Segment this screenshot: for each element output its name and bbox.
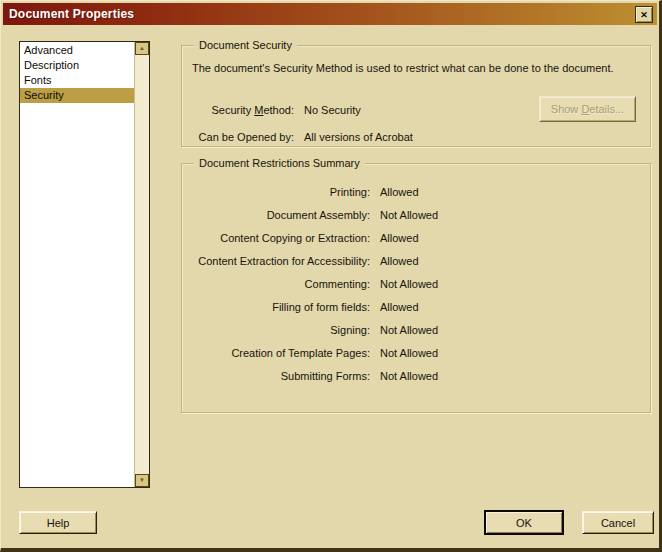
cancel-button[interactable]: Cancel — [582, 511, 654, 534]
restriction-value: Not Allowed — [380, 324, 438, 336]
list-item-description[interactable]: Description — [20, 58, 134, 73]
category-list: Advanced Description Fonts Security ▲ ▼ — [19, 41, 150, 488]
restriction-row: Signing:Not Allowed — [182, 324, 650, 336]
window-title: Document Properties — [9, 7, 134, 21]
list-item-security[interactable]: Security — [20, 88, 134, 103]
restriction-label: Creation of Template Pages: — [182, 347, 370, 359]
list-scrollbar[interactable]: ▲ ▼ — [134, 42, 149, 487]
document-security-group-title: Document Security — [194, 39, 297, 51]
restriction-row: Document Assembly:Not Allowed — [182, 209, 650, 221]
arrow-down-icon: ▼ — [139, 477, 145, 483]
show-details-button[interactable]: Show Details... — [539, 96, 636, 122]
can-be-opened-by-label: Can be Opened by: — [182, 131, 294, 143]
restriction-value: Allowed — [380, 186, 419, 198]
titlebar[interactable]: Document Properties — [3, 3, 657, 25]
document-security-group: Document Security The document's Securit… — [181, 45, 651, 147]
restriction-row: Printing:Allowed — [182, 186, 650, 198]
restriction-value: Not Allowed — [380, 370, 438, 382]
restriction-value: Allowed — [380, 255, 419, 267]
restriction-label: Commenting: — [182, 278, 370, 290]
close-icon: ✕ — [640, 10, 648, 20]
restriction-label: Content Extraction for Accessibility: — [182, 255, 370, 267]
restriction-label: Document Assembly: — [182, 209, 370, 221]
ok-button[interactable]: OK — [485, 511, 563, 534]
restriction-value: Not Allowed — [380, 209, 438, 221]
restriction-label: Filling of form fields: — [182, 301, 370, 313]
list-item-advanced[interactable]: Advanced — [20, 43, 134, 58]
document-restrictions-group-title: Document Restrictions Summary — [194, 157, 365, 169]
restriction-label: Printing: — [182, 186, 370, 198]
security-method-label: Security Method: — [182, 104, 294, 116]
restriction-row: Content Extraction for Accessibility:All… — [182, 255, 650, 267]
restriction-row: Filling of form fields:Allowed — [182, 301, 650, 313]
restriction-row: Commenting:Not Allowed — [182, 278, 650, 290]
restriction-row: Submitting Forms:Not Allowed — [182, 370, 650, 382]
restriction-label: Content Copying or Extraction: — [182, 232, 370, 244]
restriction-label: Submitting Forms: — [182, 370, 370, 382]
restriction-value: Not Allowed — [380, 347, 438, 359]
restriction-label: Signing: — [182, 324, 370, 336]
security-method-value: No Security — [304, 104, 361, 116]
restriction-value: Allowed — [380, 301, 419, 313]
can-be-opened-by-value: All versions of Acrobat — [304, 131, 413, 143]
document-restrictions-group: Document Restrictions Summary Printing:A… — [181, 163, 651, 413]
help-button[interactable]: Help — [19, 511, 97, 534]
scroll-up-button[interactable]: ▲ — [135, 42, 149, 55]
list-item-fonts[interactable]: Fonts — [20, 73, 134, 88]
close-button[interactable]: ✕ — [635, 6, 653, 23]
security-description: The document's Security Method is used t… — [192, 62, 614, 74]
category-list-items: Advanced Description Fonts Security — [20, 43, 134, 103]
restriction-row: Creation of Template Pages:Not Allowed — [182, 347, 650, 359]
document-properties-dialog: Document Properties ✕ Advanced Descripti… — [0, 0, 662, 552]
scroll-down-button[interactable]: ▼ — [135, 474, 149, 487]
arrow-up-icon: ▲ — [139, 45, 145, 51]
restriction-value: Allowed — [380, 232, 419, 244]
restriction-value: Not Allowed — [380, 278, 438, 290]
restriction-row: Content Copying or Extraction:Allowed — [182, 232, 650, 244]
